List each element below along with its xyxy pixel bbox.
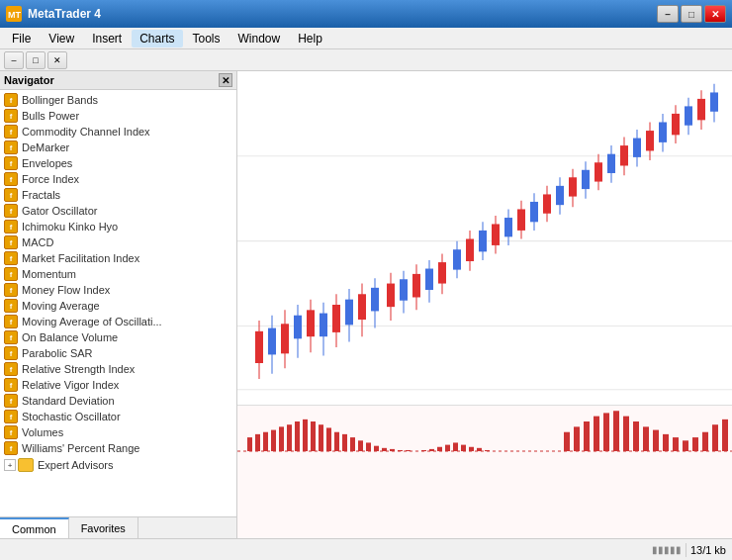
nav-item-williams[interactable]: f Williams' Percent Range	[0, 440, 236, 456]
menu-file[interactable]: File	[4, 30, 39, 47]
close-button[interactable]: ✕	[704, 5, 726, 23]
svg-rect-85	[271, 430, 276, 451]
minimize-button[interactable]: –	[657, 5, 679, 23]
svg-rect-44	[479, 231, 487, 251]
svg-rect-129	[722, 420, 728, 451]
nav-item-bulls-power[interactable]: f Bulls Power	[0, 108, 236, 124]
nav-item-force-index[interactable]: f Force Index	[0, 171, 236, 187]
svg-rect-95	[350, 437, 355, 451]
svg-rect-70	[646, 131, 654, 150]
svg-rect-74	[672, 114, 680, 135]
indicator-icon: f	[4, 172, 18, 186]
nav-item-fractals[interactable]: f Fractals	[0, 187, 236, 203]
nav-item-rsi[interactable]: f Relative Strength Index	[0, 361, 236, 377]
nav-label: Moving Average	[22, 300, 100, 312]
svg-rect-104	[421, 450, 426, 451]
nav-folder-expert-advisors[interactable]: + Expert Advisors	[0, 456, 236, 474]
navigator-title: Navigator	[4, 74, 54, 86]
status-left	[6, 544, 9, 556]
svg-rect-98	[374, 446, 379, 451]
nav-item-ichimoku[interactable]: f Ichimoku Kinko Hyo	[0, 219, 236, 234]
nav-item-volumes[interactable]: f Volumes	[0, 424, 236, 440]
nav-label: Fractals	[22, 189, 60, 201]
nav-label: Envelopes	[22, 157, 72, 169]
menu-bar: File View Insert Charts Tools Window Hel…	[0, 28, 732, 49]
nav-item-bollinger-bands[interactable]: f Bollinger Bands	[0, 92, 236, 108]
menu-view[interactable]: View	[41, 30, 82, 47]
nav-item-rvi[interactable]: f Relative Vigor Index	[0, 377, 236, 393]
nav-item-macd[interactable]: f MACD	[0, 234, 236, 250]
nav-item-envelopes[interactable]: f Envelopes	[0, 155, 236, 171]
svg-rect-102	[406, 450, 411, 451]
nav-item-money-flow[interactable]: f Money Flow Index	[0, 282, 236, 298]
indicator-icon: f	[4, 235, 18, 249]
nav-label: Stochastic Oscillator	[22, 411, 121, 422]
nav-item-cci[interactable]: f Commodity Channel Index	[0, 124, 236, 140]
nav-label: Standard Deviation	[22, 395, 115, 407]
nav-label: Commodity Channel Index	[22, 126, 150, 138]
navigator-list[interactable]: f Bollinger Bands f Bulls Power f Commod…	[0, 90, 236, 516]
nav-label: Ichimoku Kinko Hyo	[22, 221, 118, 233]
svg-rect-26	[358, 294, 366, 320]
chart-area[interactable]	[237, 71, 732, 538]
indicator-icon: f	[4, 93, 18, 107]
nav-item-gator[interactable]: f Gator Oscillator	[0, 203, 236, 219]
svg-rect-113	[564, 432, 570, 451]
menu-insert[interactable]: Insert	[84, 30, 130, 47]
menu-charts[interactable]: Charts	[132, 30, 182, 47]
toolbar-restore-button[interactable]: □	[26, 51, 46, 69]
svg-rect-54	[543, 194, 551, 213]
indicator-icon: f	[4, 330, 18, 344]
tab-common[interactable]: Common	[0, 517, 69, 538]
toolbar-close-button[interactable]: ✕	[47, 51, 67, 69]
nav-item-std-dev[interactable]: f Standard Deviation	[0, 393, 236, 409]
svg-rect-62	[595, 162, 602, 181]
menu-help[interactable]: Help	[290, 30, 330, 47]
nav-item-demarker[interactable]: f DeMarker	[0, 140, 236, 155]
nav-item-moving-average[interactable]: f Moving Average	[0, 298, 236, 314]
svg-rect-109	[461, 445, 466, 451]
nav-label: Market Facilitation Index	[22, 252, 139, 264]
svg-rect-115	[584, 421, 590, 451]
svg-rect-110	[469, 447, 474, 451]
svg-rect-121	[643, 426, 649, 451]
maximize-button[interactable]: □	[681, 5, 702, 23]
svg-rect-76	[685, 106, 692, 125]
toolbar-secondary: – □ ✕	[0, 49, 732, 71]
nav-item-obv[interactable]: f On Balance Volume	[0, 329, 236, 345]
nav-item-ma-oscillator[interactable]: f Moving Average of Oscillati...	[0, 314, 236, 329]
indicator-icon: f	[4, 299, 18, 313]
menu-window[interactable]: Window	[230, 30, 289, 47]
tab-favorites[interactable]: Favorites	[69, 517, 138, 538]
nav-item-momentum[interactable]: f Momentum	[0, 266, 236, 282]
tree-expand-icon: +	[4, 459, 16, 471]
indicator-icon: f	[4, 267, 18, 281]
svg-rect-128	[712, 424, 718, 451]
svg-rect-88	[295, 421, 300, 451]
svg-rect-92	[326, 427, 331, 451]
svg-rect-78	[697, 99, 705, 120]
nav-item-market-facilitation[interactable]: f Market Facilitation Index	[0, 250, 236, 266]
svg-rect-86	[279, 426, 284, 451]
svg-rect-116	[594, 417, 599, 451]
nav-item-parabolic-sar[interactable]: f Parabolic SAR	[0, 345, 236, 361]
svg-rect-108	[453, 442, 458, 451]
svg-rect-68	[633, 139, 641, 157]
navigator-close-button[interactable]: ✕	[219, 73, 232, 87]
svg-rect-20	[320, 314, 327, 337]
status-divider	[686, 543, 686, 557]
svg-rect-122	[653, 430, 659, 451]
status-right: ▮▮▮▮▮ 13/1 kb	[652, 543, 726, 557]
svg-rect-126	[692, 437, 698, 451]
indicator-icon: f	[4, 204, 18, 218]
nav-label: On Balance Volume	[22, 331, 118, 343]
svg-rect-101	[398, 450, 403, 451]
nav-item-stochastic[interactable]: f Stochastic Oscillator	[0, 409, 236, 424]
indicator-icon: f	[4, 394, 18, 408]
toolbar-minimize-button[interactable]: –	[4, 51, 24, 69]
nav-label: Parabolic SAR	[22, 347, 93, 359]
menu-tools[interactable]: Tools	[185, 30, 229, 47]
nav-label: Gator Oscillator	[22, 205, 97, 217]
svg-rect-112	[485, 450, 490, 451]
svg-rect-12	[268, 328, 276, 355]
